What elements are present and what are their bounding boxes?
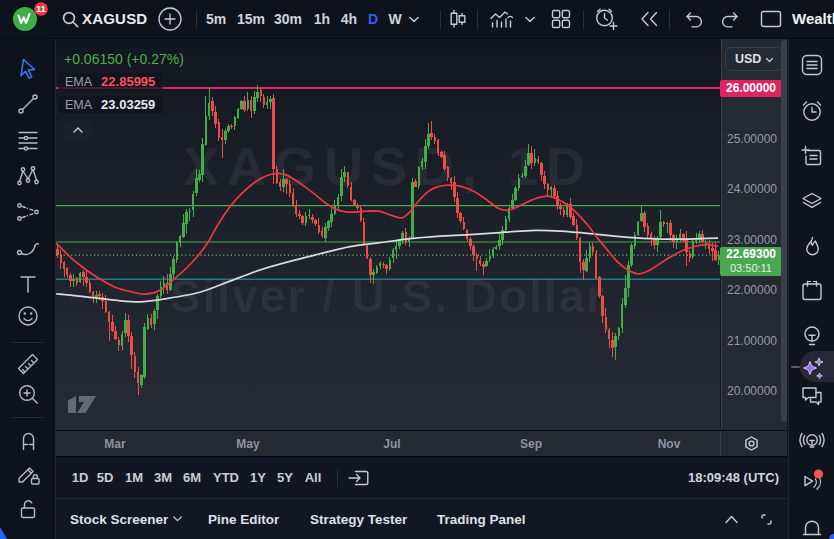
sidebar-alerts-button[interactable] bbox=[798, 97, 826, 125]
scrollbar-thumb[interactable] bbox=[781, 40, 787, 422]
timeframe-30m[interactable]: 30m bbox=[272, 0, 304, 38]
timeframe-4h[interactable]: 4h bbox=[338, 0, 360, 38]
ai-sparkles-icon bbox=[799, 354, 826, 381]
xabcd-pattern-icon bbox=[15, 164, 41, 188]
chart-pane[interactable]: XAGUSD, 1DSilver / U.S. Dollar +0.06150 … bbox=[56, 39, 720, 430]
sidebar-ideas-button[interactable] bbox=[798, 322, 826, 350]
fib-retracement-icon bbox=[16, 128, 40, 152]
bottom-status-bar: Stock Screener Pine Editor Strategy Test… bbox=[56, 498, 787, 539]
corner-notification-dot bbox=[829, 534, 834, 539]
timeframe-menu-button[interactable] bbox=[408, 15, 420, 24]
symbol-search-button[interactable] bbox=[62, 11, 79, 28]
redo-button[interactable] bbox=[720, 9, 741, 29]
timeframe-1h[interactable]: 1h bbox=[311, 0, 333, 38]
tab-strategy-tester[interactable]: Strategy Tester bbox=[310, 499, 407, 539]
sidebar-notifications-button[interactable] bbox=[798, 513, 826, 539]
sidebar-hotlists-button[interactable] bbox=[798, 233, 826, 261]
time-axis[interactable]: MarMayJulSepNov bbox=[56, 430, 787, 456]
logo-button[interactable]: 11 bbox=[12, 2, 54, 36]
fullscreen-button[interactable] bbox=[760, 10, 782, 28]
timeframe-1w[interactable]: W bbox=[385, 0, 405, 38]
tradingview-app: 11 XAGUSD 5m 15m 30m 1h 4h D W bbox=[0, 0, 834, 539]
create-alert-button[interactable] bbox=[593, 7, 619, 32]
indicator-templates-button[interactable] bbox=[524, 15, 536, 24]
tool-xabcd-pattern[interactable] bbox=[13, 161, 43, 191]
last-price-label: 22.69300 03:50:11 bbox=[720, 247, 782, 276]
undo-button[interactable] bbox=[683, 9, 704, 29]
replay-rewind-icon bbox=[639, 10, 659, 28]
legend-ema-fast-row[interactable]: EMA22.85995 bbox=[58, 73, 163, 90]
chevron-up-icon bbox=[72, 126, 84, 134]
tool-text[interactable] bbox=[13, 269, 43, 299]
sidebar-ai-assistant-button[interactable] bbox=[798, 353, 826, 381]
tool-cursor[interactable] bbox=[13, 53, 43, 83]
tool-measure[interactable] bbox=[13, 349, 43, 379]
toolbar-separator bbox=[583, 10, 584, 29]
account-name[interactable]: Wealth bbox=[792, 0, 834, 38]
tool-trend-line[interactable] bbox=[13, 89, 43, 119]
top-toolbar: 11 XAGUSD 5m 15m 30m 1h 4h D W bbox=[0, 0, 834, 39]
fullscreen-icon bbox=[760, 10, 782, 28]
price-axis[interactable]: USD 25.0000024.0000023.0000022.0000021.0… bbox=[721, 39, 787, 430]
server-time[interactable]: 18:09:48 (UTC) bbox=[688, 457, 779, 499]
layout-button[interactable] bbox=[550, 8, 572, 30]
tool-fib-retracement[interactable] bbox=[13, 125, 43, 155]
tab-stock-screener[interactable]: Stock Screener bbox=[70, 499, 168, 539]
sidebar-chat-button[interactable] bbox=[798, 382, 826, 410]
timeframe-15m[interactable]: 15m bbox=[235, 0, 267, 38]
bar-replay-button[interactable] bbox=[639, 10, 659, 28]
tool-projection[interactable] bbox=[13, 197, 43, 227]
tool-zoom-in[interactable] bbox=[13, 379, 43, 409]
go-to-date-button[interactable] bbox=[347, 467, 370, 489]
range-1y[interactable]: 1Y bbox=[248, 457, 268, 499]
video-shorts-icon bbox=[798, 467, 826, 495]
gear-icon bbox=[742, 435, 761, 454]
sidebar-watchlist-button[interactable] bbox=[798, 51, 826, 79]
sidebar-news-button[interactable] bbox=[798, 143, 826, 171]
tab-pine-editor[interactable]: Pine Editor bbox=[208, 499, 279, 539]
indicators-button[interactable] bbox=[489, 8, 515, 30]
broker-logo-icon: 11 bbox=[12, 2, 54, 36]
legend-ema-slow-row[interactable]: EMA23.03259 bbox=[58, 96, 163, 113]
zoom-in-icon bbox=[16, 382, 41, 407]
text-tool-icon bbox=[16, 272, 40, 296]
tool-lock-all[interactable] bbox=[13, 494, 43, 524]
range-all[interactable]: All bbox=[302, 457, 324, 499]
range-6m[interactable]: 6M bbox=[181, 457, 203, 499]
brush-icon bbox=[15, 237, 41, 259]
chevron-down-icon bbox=[524, 15, 536, 24]
toolbar-separator bbox=[477, 10, 478, 29]
tool-brush[interactable] bbox=[13, 233, 43, 263]
price-tick: 22.00000 bbox=[722, 283, 782, 297]
sidebar-videos-button[interactable] bbox=[798, 467, 826, 495]
grid-layout-icon bbox=[550, 8, 572, 30]
range-5d[interactable]: 5D bbox=[95, 457, 115, 499]
timeframe-5m[interactable]: 5m bbox=[203, 0, 229, 38]
chart-settings-button[interactable] bbox=[742, 435, 761, 454]
currency-selector[interactable]: USD bbox=[725, 47, 783, 71]
panel-maximize-button[interactable] bbox=[757, 510, 776, 529]
sidebar-object-tree-button[interactable] bbox=[798, 187, 826, 215]
panel-collapse-button[interactable] bbox=[722, 510, 741, 529]
tool-emoji[interactable] bbox=[13, 301, 43, 331]
alert-price-label: 26.00000 bbox=[720, 80, 782, 97]
chart-style-button[interactable] bbox=[447, 8, 469, 30]
range-1m[interactable]: 1M bbox=[123, 457, 145, 499]
tool-magnet[interactable] bbox=[13, 425, 43, 455]
price-tick: 24.00000 bbox=[722, 182, 782, 196]
range-3m[interactable]: 3M bbox=[152, 457, 174, 499]
tab-trading-panel[interactable]: Trading Panel bbox=[437, 499, 526, 539]
compare-add-button[interactable] bbox=[158, 7, 182, 31]
toolbar-separator bbox=[196, 10, 197, 29]
range-1d[interactable]: 1D bbox=[70, 457, 90, 499]
chat-bubbles-icon bbox=[799, 383, 825, 409]
tool-drawing-lock[interactable] bbox=[13, 459, 43, 489]
legend-collapse-button[interactable] bbox=[64, 121, 92, 139]
sidebar-calendar-button[interactable] bbox=[798, 277, 826, 305]
chevron-down-icon bbox=[408, 15, 420, 24]
range-ytd[interactable]: YTD bbox=[210, 457, 242, 499]
range-5y[interactable]: 5Y bbox=[275, 457, 295, 499]
sidebar-streams-button[interactable] bbox=[798, 427, 826, 455]
symbol-name[interactable]: XAGUSD bbox=[82, 0, 147, 38]
timeframe-1d-active[interactable]: D bbox=[365, 0, 381, 38]
